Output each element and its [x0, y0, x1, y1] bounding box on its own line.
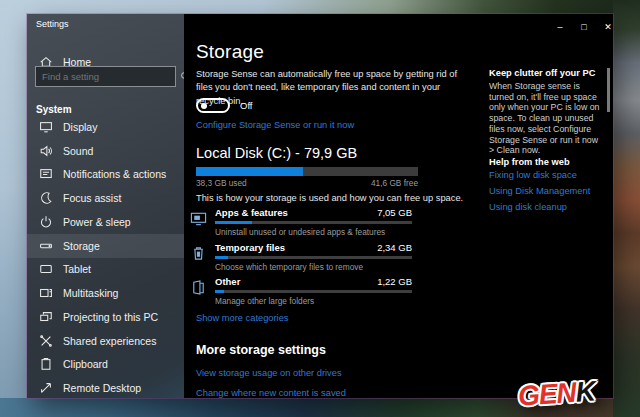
maximize-button[interactable]: □	[572, 14, 596, 40]
category-description: Manage other large folders	[215, 296, 412, 306]
tablet-icon	[39, 262, 53, 276]
page-title: Storage	[196, 41, 264, 63]
disk-used-label: 38,3 GB used	[196, 178, 247, 188]
sidebar-item-display[interactable]: Display	[27, 115, 184, 139]
sidebar-item-remote-desktop[interactable]: Remote Desktop	[27, 376, 184, 400]
sidebar-item-label: Power & sleep	[63, 216, 131, 228]
desktop-wallpaper-top	[27, 0, 613, 14]
window-controls: – □ ✕	[548, 14, 620, 40]
category-content: Temporary files 2,34 GB Choose which tem…	[215, 242, 412, 272]
focus-assist-icon	[39, 191, 53, 205]
sidebar-item-storage[interactable]: Storage	[27, 234, 184, 258]
clipboard-icon	[39, 357, 53, 371]
category-name: Other	[215, 276, 240, 287]
usage-description: This is how your storage is used and how…	[196, 193, 463, 203]
other-folder-icon	[190, 279, 207, 296]
sidebar: Settings Home System Display Sound	[27, 14, 184, 398]
sidebar-item-focus-assist[interactable]: Focus assist	[27, 186, 184, 210]
disk-free-label: 41,6 GB free	[371, 178, 418, 188]
category-name: Apps & features	[215, 207, 288, 218]
notifications-icon	[39, 167, 53, 181]
sound-icon	[39, 144, 53, 158]
storage-icon	[39, 239, 53, 253]
search-input[interactable]	[36, 71, 180, 82]
category-description: Choose which temporary files to remove	[215, 262, 412, 272]
watermark-text-red: GEN	[517, 377, 577, 412]
help-link-using-disk-management[interactable]: Using Disk Management	[489, 186, 590, 196]
search-box[interactable]	[35, 66, 176, 87]
show-more-categories-link[interactable]: Show more categories	[196, 313, 289, 323]
category-size: 1,22 GB	[377, 276, 412, 287]
sidebar-item-label: Notifications & actions	[63, 168, 166, 180]
category-bar	[215, 256, 412, 259]
sidebar-item-label: Tablet	[63, 263, 91, 275]
sidebar-item-clipboard[interactable]: Clipboard	[27, 353, 184, 377]
category-size: 7,05 GB	[377, 207, 412, 218]
apps-features-icon	[190, 210, 207, 227]
category-content: Other 1,22 GB Manage other large folders	[215, 276, 412, 306]
sidebar-item-label: Sound	[63, 145, 93, 157]
sidebar-nav: Display Sound Notifications & actions Fo…	[27, 115, 184, 400]
minimize-button[interactable]: –	[548, 14, 572, 40]
panel-clutter-text: When Storage sense is turned on, it'll f…	[489, 81, 603, 156]
sidebar-item-label: Focus assist	[63, 192, 121, 204]
sidebar-item-label: Multitasking	[63, 287, 118, 299]
sidebar-item-label: Clipboard	[63, 358, 108, 370]
category-description: Uninstall unused or undesired apps & fea…	[215, 227, 412, 237]
sidebar-item-projecting[interactable]: Projecting to this PC	[27, 305, 184, 329]
power-icon	[39, 215, 53, 229]
category-content: Apps & features 7,05 GB Uninstall unused…	[215, 207, 412, 237]
category-bar-fill	[215, 290, 224, 293]
category-name: Temporary files	[215, 242, 285, 253]
category-bar-fill	[215, 221, 252, 224]
configure-storage-sense-link[interactable]: Configure Storage Sense or run it now	[196, 120, 354, 130]
close-button[interactable]: ✕	[596, 14, 620, 40]
sidebar-item-label: Shared experiences	[63, 335, 156, 347]
projecting-icon	[39, 310, 53, 324]
toggle-state-label: Off	[240, 100, 253, 111]
panel-clutter-title: Keep clutter off your PC	[489, 68, 595, 78]
storage-sense-toggle-row: Off	[196, 98, 253, 113]
display-icon	[39, 120, 53, 134]
remote-desktop-icon	[39, 381, 53, 395]
watermark-text-dark: K	[575, 375, 596, 407]
category-bar-fill	[215, 256, 228, 259]
sidebar-item-label: Display	[63, 121, 97, 133]
storage-sense-toggle[interactable]	[196, 98, 230, 113]
category-bar	[215, 290, 412, 293]
sidebar-item-notifications[interactable]: Notifications & actions	[27, 163, 184, 187]
sidebar-item-label: Storage	[63, 240, 100, 252]
sidebar-item-label: Projecting to this PC	[63, 311, 158, 323]
desktop-wallpaper-right	[613, 0, 640, 417]
category-temporary-files[interactable]: Temporary files 2,34 GB Choose which tem…	[190, 242, 412, 274]
window-title: Settings	[36, 19, 69, 29]
sidebar-section-system: System	[36, 104, 72, 115]
category-bar	[215, 221, 412, 224]
disk-usage-labels: 38,3 GB used 41,6 GB free	[196, 178, 418, 188]
more-storage-settings-title: More storage settings	[196, 343, 326, 357]
main-content: Storage Storage Sense can automatically …	[184, 14, 613, 398]
sidebar-item-shared-experiences[interactable]: Shared experiences	[27, 329, 184, 353]
genk-watermark-logo: GENK	[517, 375, 596, 412]
temporary-files-icon	[190, 245, 207, 262]
sidebar-item-tablet[interactable]: Tablet	[27, 258, 184, 282]
sidebar-item-label: Remote Desktop	[63, 382, 141, 394]
scrollbar[interactable]	[607, 68, 610, 112]
panel-help-title: Help from the web	[489, 157, 570, 167]
shared-experiences-icon	[39, 334, 53, 348]
help-link-using-disk-cleanup[interactable]: Using disk cleanup	[489, 202, 567, 212]
toggle-knob	[201, 103, 207, 109]
category-other[interactable]: Other 1,22 GB Manage other large folders	[190, 276, 412, 308]
category-apps-features[interactable]: Apps & features 7,05 GB Uninstall unused…	[190, 207, 412, 239]
multitasking-icon	[39, 286, 53, 300]
sidebar-item-multitasking[interactable]: Multitasking	[27, 281, 184, 305]
sidebar-item-sound[interactable]: Sound	[27, 139, 184, 163]
change-content-location-link[interactable]: Change where new content is saved	[196, 388, 346, 398]
settings-window: Settings Home System Display Sound	[27, 14, 613, 398]
disk-usage-bar	[196, 167, 418, 176]
sidebar-item-power-sleep[interactable]: Power & sleep	[27, 210, 184, 234]
help-link-fixing-low-disk-space[interactable]: Fixing low disk space	[489, 170, 577, 180]
disk-usage-bar-fill	[196, 167, 303, 176]
local-disk-title: Local Disk (C:) - 79,9 GB	[196, 145, 357, 161]
view-storage-other-drives-link[interactable]: View storage usage on other drives	[196, 368, 342, 378]
